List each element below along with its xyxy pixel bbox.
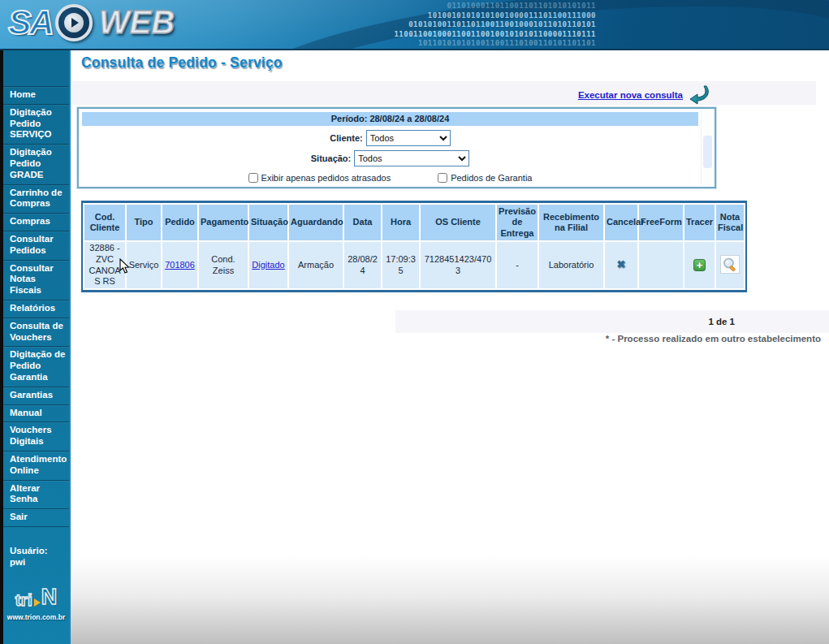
period-bar: Período: 28/08/24 a 28/08/24 [82,112,698,126]
sidebar-item-vouchers-digitais[interactable]: Vouchers Digitais [3,422,69,452]
return-arrow-icon[interactable] [688,85,709,105]
sidebar-item-manual[interactable]: Manual [3,405,69,423]
sidebar-item-digitacao-pedido-servico[interactable]: Digitação Pedido SERVIÇO [3,105,69,145]
filter-scrollbar[interactable] [701,110,713,185]
sidebar-item-compras[interactable]: Compras [3,214,69,231]
page-count: 1 de 1 [708,310,735,333]
col-freeform: FreeForm [639,205,683,240]
cell-aguardando: Armação [289,242,343,288]
sidebar-item-sair[interactable]: Sair [3,509,69,527]
col-recebimento-filial: Recebimento na Filial [539,205,603,240]
garantia-checkbox[interactable] [438,173,447,183]
new-query-link[interactable]: Executar nova consulta [578,90,683,100]
tracer-plus-icon[interactable]: + [693,259,706,271]
col-cod-cliente: Cod. Cliente [84,205,125,240]
binary-decoration: 0110100011011001101101010101011 10100101… [326,2,596,49]
sidebar-item-consulta-de-vouchers[interactable]: Consulta de Vouchers [3,318,69,348]
sidebar-item-relatorios[interactable]: Relatórios [3,300,69,318]
sidebar-item-digitacao-de-pedido-garantia[interactable]: Digitação de Pedido Garantia [3,347,69,387]
cell-recebimento: Laboratório [539,242,603,288]
cell-pagamento: Cond. Zeiss [199,242,248,288]
magnifier-icon[interactable] [720,255,740,274]
sidebar-item-digitacao-pedido-grade[interactable]: Digitação Pedido GRADE [3,145,69,184]
app-header: SA WEB 0110100011011001101101010101011 1… [0,0,829,50]
trion-url[interactable]: www.trion.com.br [3,613,69,621]
filter-panel: Período: 28/08/24 a 28/08/24 Cliente: To… [77,107,716,188]
cancel-x-icon[interactable]: ✖ [617,258,626,270]
scrollbar-thumb[interactable] [703,136,712,168]
logo-text-sa: SA [8,2,52,42]
garantia-label: Pedidos de Garantia [451,173,532,183]
cell-data: 28/08/24 [344,242,381,288]
cell-previsao: - [497,242,538,288]
situacao-label: Situação: [311,153,352,163]
orders-table: Cod. Cliente Tipo Pedido Pagamento Situa… [81,201,747,292]
cliente-label: Cliente: [330,133,362,143]
atrasados-label: Exibir apenas pedidos atrasados [261,173,391,183]
sidebar-item-carrinho-de-compras[interactable]: Carrinho de Compras [3,185,69,214]
situacao-select[interactable]: Todos [354,150,469,166]
col-pagamento: Pagamento [199,205,248,240]
col-previsao-entrega: Previsão de Entrega [497,205,538,240]
sidebar-item-alterar-senha[interactable]: Alterar Senha [3,481,69,510]
sidebar-item-home[interactable]: Home [3,87,69,105]
atrasados-checkbox[interactable] [248,173,258,183]
col-situacao: Situação [249,205,287,240]
page-title: Consulta de Pedido - Serviço [81,54,283,71]
cell-freeform [639,242,683,288]
table-row: 32886 - ZVC CANOAS RS Serviço 701806 Con… [84,242,744,288]
table-header-row: Cod. Cliente Tipo Pedido Pagamento Situa… [84,205,744,240]
pedido-link[interactable]: 701806 [165,260,195,270]
col-aguardando: Aguardando [289,205,343,240]
col-tipo: Tipo [127,205,161,240]
cliente-select[interactable]: Todos [366,130,451,146]
logged-user: Usuário: pwi [10,545,69,568]
toolbar-strip: Executar nova consulta [71,81,816,105]
cell-os-cliente: 7128451423/4703 [421,242,495,288]
col-tracer: Tracer [684,205,715,240]
col-data: Data [344,205,381,240]
sidebar-menu: Home Digitação Pedido SERVIÇO Digitação … [3,86,69,527]
user-label: Usuário: [10,545,69,556]
main-content: Consulta de Pedido - Serviço Executar no… [71,50,829,644]
sidebar-item-garantias[interactable]: Garantias [3,387,69,405]
trion-logo: tri N www.trion.com.br [3,585,69,621]
user-name: pwi [10,556,69,568]
pagination-band: 1 de 1 [395,310,829,333]
sidebar-item-consultar-pedidos[interactable]: Consultar Pedidos [3,231,69,261]
sidebar-item-consultar-notas-fiscais[interactable]: Consultar Notas Fiscais [3,261,69,300]
saoweb-logo: SA WEB [8,2,175,42]
trion-play-icon [34,599,41,607]
logo-text-web: WEB [99,4,175,41]
col-os-cliente: OS Cliente [421,205,495,240]
col-hora: Hora [382,205,419,240]
situacao-link[interactable]: Digitado [252,260,284,270]
footnote: * - Processo realizado em outro estabele… [606,334,821,344]
play-icon [55,4,93,41]
col-pedido: Pedido [162,205,197,240]
sidebar-item-atendimento-online[interactable]: Atendimento Online [3,452,69,481]
mouse-cursor [119,258,132,274]
cell-hora: 17:09:35 [382,242,419,288]
sidebar: Home Digitação Pedido SERVIÇO Digitação … [0,50,71,644]
col-cancelar: Cancelar [605,205,637,240]
col-nota-fiscal: Nota Fiscal [716,205,744,240]
